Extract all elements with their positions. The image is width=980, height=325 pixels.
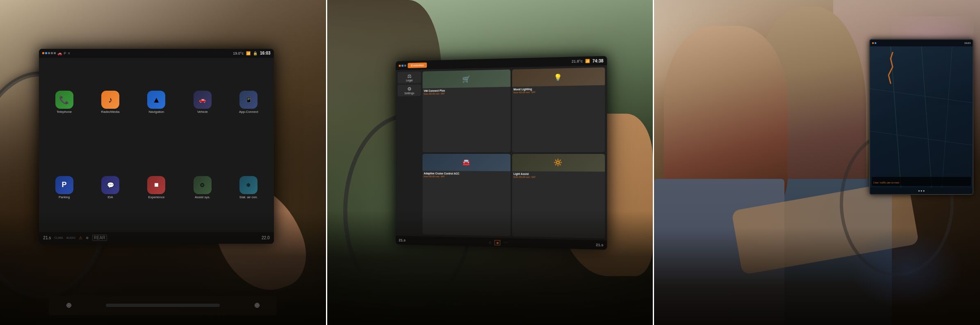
app-navigation[interactable]: ▲ Navigation <box>134 61 178 144</box>
settings-icon: ⚙ <box>399 86 419 92</box>
topbar-parking-icon: P <box>64 51 66 55</box>
appconn-icon-bg: 📱 <box>239 91 258 109</box>
nav-icon-bg: ▲ <box>147 91 165 109</box>
route-svg <box>870 46 973 188</box>
sidebar-settings[interactable]: ⚙ Settings <box>397 84 421 96</box>
app-connect[interactable]: 📱 App-Connect <box>227 61 270 144</box>
dot-gray <box>48 52 50 54</box>
panel-2: Entdekke 21.8°c 📶 74:38 <box>327 0 653 325</box>
light-card-image: 🔆 <box>512 153 604 171</box>
connect-card-info: VW Connect Plus from €0.00 incl. VAT <box>422 87 511 96</box>
screen3-topbar: 16:03 <box>870 40 973 46</box>
dashboard-bottom-2 <box>327 211 653 325</box>
s3-dot-2 <box>875 42 876 44</box>
screen2-sidebar: ⚖ Legal ⚙ Settings <box>397 71 421 234</box>
screen3-time: 16:03 <box>964 41 971 45</box>
s2-dot-1 <box>399 64 401 66</box>
dot-gray-3 <box>54 52 56 54</box>
wifi-icon: 🔒 <box>253 51 258 55</box>
topbar-menu-icon: ≡ <box>68 51 70 55</box>
experience-icon-bg: ■ <box>147 176 165 194</box>
app-telephone[interactable]: 📞 Telephone <box>42 61 86 144</box>
sidebar-legal[interactable]: ⚖ Legal <box>397 71 421 83</box>
dot-gray-2 <box>51 52 53 54</box>
light-price: from €0.00 incl. VAT <box>513 175 603 178</box>
gallery-container: 🚗 P ≡ 19.0°c 📶 🔒 16:03 <box>0 0 980 325</box>
app-radio-media[interactable]: ♪ Radio/Media <box>89 61 132 144</box>
screen3-bottombar: ● ● ● <box>870 188 973 194</box>
s2-dot-3 <box>404 64 406 66</box>
vehicle-icon-bg: 🚗 <box>194 91 212 109</box>
screen2-time: 74:38 <box>592 58 603 63</box>
navigation-label: Navigation <box>149 110 164 114</box>
topbar-right: 19.0°c 📶 🔒 16:03 <box>233 51 270 55</box>
assist-label: Assist sys. <box>195 196 210 199</box>
experience-label: Experience <box>148 196 164 199</box>
cruise-price: from €0.00 incl. VAT <box>424 175 509 178</box>
light-title: Light Assist <box>513 172 603 175</box>
vehicle-label: Vehicle <box>197 110 208 114</box>
s3-dot-1 <box>872 42 874 44</box>
instrument-cluster-glow <box>850 227 964 309</box>
topbar-left: 🚗 P ≡ <box>42 51 70 55</box>
music-icon-bg: ♪ <box>101 91 119 109</box>
telephone-icon-bg: 📞 <box>55 91 73 109</box>
cruise-title: Adaptive Cruise Control ACC <box>424 172 509 175</box>
telephone-label: Telephone <box>57 110 72 114</box>
vw-screen-3: 16:03 <box>869 39 973 195</box>
screen2-temp: 21.8°c <box>572 59 583 64</box>
legal-label: Legal <box>406 79 413 82</box>
app-connect-label: App-Connect <box>239 110 258 114</box>
screen2-topbar-left: Entdekke <box>399 62 427 68</box>
ac-knob-right[interactable] <box>255 303 260 308</box>
screen3-status: ● ● ● <box>918 189 925 192</box>
screen3-map: 2 km / traffic jam on route <box>870 46 973 188</box>
s2-dot-2 <box>401 64 403 66</box>
signal-icon: 📶 <box>246 51 251 55</box>
screen-1-topbar: 🚗 P ≡ 19.0°c 📶 🔒 16:03 <box>39 49 273 58</box>
screen2-signal: 📶 <box>585 59 590 63</box>
screen2-dots <box>399 64 406 66</box>
app-vehicle[interactable]: 🚗 Vehicle <box>181 61 224 144</box>
cruise-card-image: 🚘 <box>422 153 511 171</box>
dot-orange <box>42 52 44 54</box>
screen-1-temp: 19.0°c <box>233 51 244 55</box>
assist-icon-bg: ⚙ <box>194 176 212 194</box>
ac-slider <box>106 304 220 307</box>
ac-controls <box>49 296 277 316</box>
parking-icon-bg: P <box>55 176 73 194</box>
ida-label: IDA <box>107 196 113 199</box>
nav-instruction: 2 km / traffic jam on route <box>872 177 971 186</box>
topbar-dots <box>42 52 56 54</box>
screen-1-time: 16:03 <box>260 51 271 55</box>
panel-1: 🚗 P ≡ 19.0°c 📶 🔒 16:03 <box>0 0 326 325</box>
ida-icon-bg: 💬 <box>101 176 119 194</box>
legal-icon: ⚖ <box>399 73 419 79</box>
screen3-dots <box>872 42 876 44</box>
screen2-topbar-right: 21.8°c 📶 74:38 <box>572 58 603 64</box>
cruise-card-info: Adaptive Cruise Control ACC from €0.00 i… <box>422 170 511 179</box>
store-card-mood[interactable]: 💡 Mood Lighting from €0.00 incl. VAT <box>512 67 604 152</box>
store-card-connect[interactable]: 🛒 VW Connect Plus from €0.00 incl. VAT <box>422 69 511 152</box>
panel-3: 16:03 <box>654 0 980 325</box>
app-grid: 📞 Telephone ♪ Radio/Media ▲ Navigation <box>39 58 273 232</box>
dot-blue <box>45 52 47 54</box>
aircon-label: Stat. air con. <box>239 196 258 199</box>
light-card-info: Light Assist from €0.00 incl. VAT <box>512 171 604 180</box>
nav-text: 2 km / traffic jam on route <box>873 181 899 184</box>
active-tab-entdekke[interactable]: Entdekke <box>408 62 427 68</box>
aircon-icon-bg: ❄ <box>239 176 258 194</box>
parking-label: Parking <box>59 196 70 199</box>
topbar-car-icon: 🚗 <box>57 51 62 55</box>
screen-3-container: 16:03 <box>869 39 973 195</box>
radio-media-label: Radio/Media <box>101 110 120 114</box>
ac-knob-left[interactable] <box>66 303 71 308</box>
connect-card-image: 🛒 <box>422 69 511 88</box>
mood-card-image: 💡 <box>512 67 604 87</box>
mood-card-info: Mood Lighting from €0.00 incl. VAT <box>512 85 604 95</box>
settings-label: Settings <box>404 92 414 94</box>
